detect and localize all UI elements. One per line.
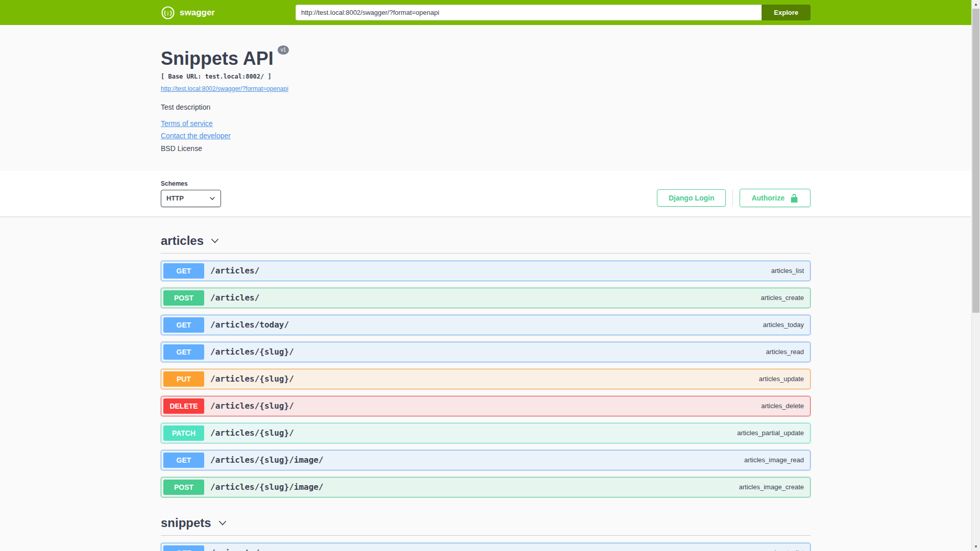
- spec-url-input[interactable]: [296, 5, 762, 20]
- unlock-icon: [790, 193, 799, 203]
- opblock-articles_read[interactable]: GET/articles/{slug}/articles_read: [161, 342, 811, 362]
- django-login-button[interactable]: Django Login: [657, 189, 726, 207]
- operation-id: articles_read: [766, 348, 808, 356]
- operation-id: articles_update: [759, 375, 808, 383]
- api-title-text: Snippets API: [161, 48, 274, 69]
- operation-path: /articles/{slug}/: [210, 428, 294, 438]
- opblock-articles_update[interactable]: PUT/articles/{slug}/articles_update: [161, 369, 811, 389]
- download-url-wrapper: Explore: [296, 5, 811, 20]
- opblock-articles_delete[interactable]: DELETE/articles/{slug}/articles_delete: [161, 396, 811, 416]
- chevron-down-icon: [217, 518, 228, 528]
- schemes-label: Schemes: [161, 180, 221, 187]
- topbar: {;} swagger Explore: [0, 0, 971, 25]
- explore-button[interactable]: Explore: [762, 5, 811, 20]
- swagger-brand[interactable]: {;} swagger: [161, 6, 215, 20]
- auth-wrapper: Django Login Authorize: [657, 189, 811, 207]
- brand-title: swagger: [180, 8, 215, 18]
- operation-path: /articles/{slug}/image/: [210, 455, 324, 465]
- scrollbar-track[interactable]: [972, 9, 980, 542]
- method-badge: GET: [163, 317, 204, 333]
- method-badge: GET: [163, 344, 204, 360]
- operation-path: /articles/: [210, 266, 259, 276]
- tag-section-articles: articlesGET/articles/articles_listPOST/a…: [161, 229, 811, 497]
- authorize-button[interactable]: Authorize: [740, 189, 811, 207]
- operation-path: /articles/: [210, 293, 259, 303]
- operation-id: articles_create: [761, 294, 808, 302]
- chevron-down-icon: [209, 195, 215, 202]
- operation-path: /articles/{slug}/: [210, 401, 294, 411]
- operation-id: articles_today: [763, 321, 808, 329]
- section-header-articles[interactable]: articles: [161, 229, 811, 254]
- operation-id: snippets_list: [767, 549, 808, 551]
- chevron-down-icon: [210, 236, 220, 246]
- sections-container: articlesGET/articles/articles_listPOST/a…: [161, 229, 811, 551]
- base-url: [ Base URL: test.local:8002/ ]: [161, 73, 811, 80]
- method-badge: PUT: [163, 371, 204, 387]
- authorize-label: Authorize: [751, 194, 785, 202]
- operation-path: /articles/today/: [210, 320, 289, 330]
- scheme-container: Schemes HTTP Django Login Authorize: [0, 171, 971, 216]
- license-text: BSD License: [161, 144, 811, 153]
- operation-path: /articles/{slug}/image/: [210, 482, 324, 492]
- schemes-select[interactable]: HTTP: [161, 190, 221, 207]
- schemes-block: Schemes HTTP: [161, 180, 221, 207]
- tag-section-snippets: snippetsGET/snippets/snippets_list: [161, 511, 811, 551]
- method-badge: PATCH: [163, 425, 204, 441]
- operation-id: articles_image_read: [744, 456, 808, 464]
- scrollbar-thumb[interactable]: [972, 9, 979, 313]
- information-container: Snippets API v1 [ Base URL: test.local:8…: [0, 25, 971, 171]
- operation-id: articles_image_create: [739, 483, 808, 491]
- method-badge: POST: [163, 290, 204, 306]
- opblock-articles_list[interactable]: GET/articles/articles_list: [161, 261, 811, 281]
- contact-developer-link[interactable]: Contact the developer: [161, 132, 231, 140]
- opblock-articles_image_read[interactable]: GET/articles/{slug}/image/articles_image…: [161, 450, 811, 470]
- section-title: articles: [161, 234, 204, 248]
- section-header-snippets[interactable]: snippets: [161, 511, 811, 536]
- opblock-articles_create[interactable]: POST/articles/articles_create: [161, 288, 811, 308]
- svg-text:{;}: {;}: [163, 10, 173, 16]
- apis: articlesGET/articles/articles_listPOST/a…: [0, 216, 971, 551]
- section-title: snippets: [161, 516, 211, 530]
- method-badge: DELETE: [163, 398, 204, 414]
- version-badge: v1: [278, 45, 289, 55]
- spec-link[interactable]: http://test.local:8002/swagger/?format=o…: [161, 85, 288, 92]
- auth-divider: [732, 190, 733, 206]
- operation-path: /articles/{slug}/: [210, 374, 294, 384]
- operation-path: /articles/{slug}/: [210, 347, 294, 357]
- terms-of-service-link[interactable]: Terms of service: [161, 119, 213, 128]
- opblock-snippets_list[interactable]: GET/snippets/snippets_list: [161, 543, 811, 551]
- operation-id: articles_list: [771, 267, 808, 274]
- scroll-down-arrow[interactable]: ▼: [972, 542, 980, 551]
- operation-id: articles_partial_update: [737, 429, 808, 437]
- api-description: Test description: [161, 103, 811, 111]
- method-badge: GET: [163, 545, 204, 551]
- api-title: Snippets API v1: [161, 48, 811, 69]
- swagger-page: {;} swagger Explore Snippets API v1 [ Ba…: [0, 0, 971, 551]
- opblock-articles_today[interactable]: GET/articles/today/articles_today: [161, 315, 811, 335]
- scrollbar[interactable]: ▲ ▼: [971, 0, 980, 551]
- scheme-selected-value: HTTP: [166, 194, 184, 202]
- method-badge: POST: [163, 480, 204, 495]
- swagger-logo-icon: {;}: [161, 6, 175, 20]
- method-badge: GET: [163, 453, 204, 468]
- opblock-articles_partial_update[interactable]: PATCH/articles/{slug}/articles_partial_u…: [161, 423, 811, 443]
- opblock-articles_image_create[interactable]: POST/articles/{slug}/image/articles_imag…: [161, 477, 811, 497]
- operation-path: /snippets/: [210, 548, 259, 551]
- operation-id: articles_delete: [761, 402, 808, 410]
- method-badge: GET: [163, 263, 204, 279]
- scroll-up-arrow[interactable]: ▲: [972, 0, 980, 9]
